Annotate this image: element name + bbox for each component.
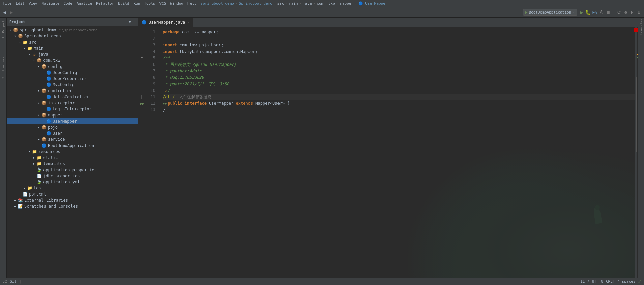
breadcrumb-src[interactable]: src xyxy=(277,1,284,6)
menu-vcs[interactable]: VCS xyxy=(159,1,166,6)
tree-item-MvcConfig[interactable]: 🔵 MvcConfig xyxy=(7,82,138,88)
breadcrumb-com[interactable]: com xyxy=(317,1,323,6)
class-name: UserMapper xyxy=(209,100,236,107)
tree-arrow-service[interactable]: ▶ xyxy=(36,137,41,142)
panel-collapse-icon[interactable]: — xyxy=(133,20,135,24)
menu-analyze[interactable]: Analyze xyxy=(77,1,92,6)
tree-item-controller[interactable]: ▾ 📦 controller xyxy=(7,88,138,94)
tree-item-jdbc-properties[interactable]: 📄 jdbc.properties xyxy=(7,173,138,179)
menu-run[interactable]: Run xyxy=(133,1,140,6)
menu-file[interactable]: File xyxy=(3,1,12,6)
run-configuration[interactable]: ▶ BootDemoApplication ▾ xyxy=(523,9,577,16)
tree-arrow-controller[interactable]: ▾ xyxy=(36,88,41,93)
tree-item-HelloController[interactable]: 🔵 HelloController xyxy=(7,94,138,100)
menu-navigate[interactable]: Navigate xyxy=(42,1,60,6)
tree-item-LoginInterceptor[interactable]: 🔵 LoginInterceptor xyxy=(7,106,138,112)
tree-item-UserMapper[interactable]: 🔵 UserMapper xyxy=(7,118,138,124)
tree-arrow-java[interactable]: ▾ xyxy=(27,52,32,57)
breadcrumb-main[interactable]: main xyxy=(289,1,298,6)
panel-settings-icon[interactable]: ⚙ xyxy=(129,20,131,24)
tree-item-app-properties[interactable]: 🍃 application.properties xyxy=(7,167,138,173)
breadcrumb-mapper[interactable]: mapper xyxy=(340,1,353,6)
run-with-coverage[interactable]: ▶% xyxy=(592,10,597,15)
breadcrumb-txw[interactable]: txw xyxy=(328,1,335,6)
run-button[interactable]: ▶ xyxy=(579,10,584,15)
structure-panel-tab[interactable]: 2: Structure xyxy=(1,55,6,80)
breadcrumb-java[interactable]: java xyxy=(303,1,312,6)
menu-code[interactable]: Code xyxy=(63,1,72,6)
module-icon: 📦 xyxy=(13,27,18,33)
tree-item-mapper[interactable]: ▾ 📦 mapper xyxy=(7,112,138,118)
tree-arrow-src[interactable]: ▾ xyxy=(18,40,22,45)
menu-bar[interactable]: File Edit View Navigate Code Analyze Ref… xyxy=(3,1,197,6)
toolbar-forward-icon[interactable]: ▶ xyxy=(9,10,14,15)
tree-arrow-resources[interactable]: ▾ xyxy=(27,149,32,154)
tree-arrow-pojo[interactable]: ▾ xyxy=(36,125,41,130)
tree-item-external-libs[interactable]: ▶ 📚 External Libraries xyxy=(7,197,138,203)
encoding-label[interactable]: UTF-8 xyxy=(592,279,603,284)
tree-item-templates[interactable]: ▶ 📁 templates xyxy=(7,161,138,167)
tree-arrow-scratches[interactable]: ▶ xyxy=(13,204,18,209)
tree-item-Springboot-demo[interactable]: ▾ 📦 Springboot-demo xyxy=(7,33,138,39)
tree-item-JdbcProperties[interactable]: 🔵 JdbcProperties xyxy=(7,76,138,82)
maximize-icon[interactable]: ⊡ xyxy=(630,10,635,15)
tree-arrow-springboot-demo[interactable]: ▾ xyxy=(8,28,13,32)
menu-refactor[interactable]: Refactor xyxy=(96,1,114,6)
tree-item-static[interactable]: ▶ 📁 static xyxy=(7,155,138,161)
line-sep-label[interactable]: CRLF xyxy=(606,279,615,284)
tree-item-pom[interactable]: 📄 pom.xml xyxy=(7,191,138,197)
tab-close-button[interactable]: × xyxy=(187,21,189,24)
tree-item-app-yml[interactable]: 🍃 application.yml xyxy=(7,179,138,185)
tree-arrow-templates[interactable]: ▶ xyxy=(32,161,36,166)
layout-icon[interactable]: ⊞ xyxy=(637,10,642,15)
sync-icon[interactable]: ⟳ xyxy=(616,10,622,15)
tree-item-resources[interactable]: ▾ 📁 resources xyxy=(7,149,138,155)
tree-item-interceptor[interactable]: ▾ 📦 interceptor xyxy=(7,100,138,106)
indent-label[interactable]: 4 spaces xyxy=(617,279,635,284)
tree-arrow-test[interactable]: ▶ xyxy=(22,186,27,190)
tree-arrow-ext-libs[interactable]: ▶ xyxy=(13,198,18,203)
tree-arrow-mapper[interactable]: ▾ xyxy=(36,113,41,118)
tree-item-User[interactable]: 🔵 User xyxy=(7,130,138,136)
tree-item-pojo[interactable]: ▾ 📦 pojo xyxy=(7,124,138,130)
tree-arrow-config[interactable]: ▾ xyxy=(36,64,41,69)
menu-help[interactable]: Help xyxy=(187,1,197,6)
tree-item-test[interactable]: ▶ 📁 test xyxy=(7,185,138,191)
tree-arrow-main[interactable]: ▾ xyxy=(22,46,27,51)
tree-item-service[interactable]: ▶ 📦 service xyxy=(7,136,138,142)
code-editor[interactable]: package com.txw.mapper; import com.txw.p… xyxy=(158,27,635,278)
tree-arrow-com-txw[interactable]: ▾ xyxy=(32,58,36,63)
stop-button[interactable]: ■ xyxy=(606,10,611,15)
tree-item-scratches[interactable]: ▶ 📝 Scratches and Consoles xyxy=(7,203,138,209)
menu-tools[interactable]: Tools xyxy=(144,1,155,6)
debug-button[interactable]: 🐛 xyxy=(585,10,591,15)
menu-build[interactable]: Build xyxy=(118,1,129,6)
menu-view[interactable]: View xyxy=(29,1,38,6)
tree-arrow-static[interactable]: ▶ xyxy=(32,155,36,160)
tree-arrow[interactable]: ▾ xyxy=(13,34,18,38)
templates-folder-icon: 📁 xyxy=(36,161,42,166)
tree-item-src[interactable]: ▾ 📁 src xyxy=(7,39,138,45)
toolbar-back-icon[interactable]: ◀ xyxy=(2,10,7,15)
profile-button[interactable]: ⏱ xyxy=(599,10,604,15)
vertical-scrollbar[interactable] xyxy=(635,27,638,278)
tree-arrow-interceptor[interactable]: ▾ xyxy=(36,101,41,105)
tree-item-com-txw[interactable]: ▾ 📦 com.txw xyxy=(7,57,138,63)
project-panel-tab[interactable]: 1: Project xyxy=(1,19,6,40)
tree-item-springboot-demo[interactable]: ▾ 📦 springboot-demo P:\springboot-demo xyxy=(7,27,138,33)
tree-item-BootDemoApplication[interactable]: 🔵 BootDemoApplication xyxy=(7,142,138,149)
tree-item-java[interactable]: ▾ ☕ java xyxy=(7,51,138,57)
tree-item-main[interactable]: ▾ 📁 main xyxy=(7,45,138,51)
tree-item-config[interactable]: ▾ 📦 config xyxy=(7,63,138,70)
tab-usermapper[interactable]: 🔵 UserMapper.java × xyxy=(138,18,193,27)
menu-edit[interactable]: Edit xyxy=(16,1,25,6)
breadcrumb-usermapper[interactable]: 🔵 UserMapper xyxy=(358,1,388,6)
breadcrumb-project[interactable]: springboot-demo xyxy=(201,1,234,6)
run-config-arrow[interactable]: ▾ xyxy=(573,10,575,15)
run-config-name: BootDemoApplication xyxy=(529,10,572,15)
breadcrumb-module[interactable]: Springboot-demo xyxy=(239,1,272,6)
settings-icon[interactable]: ⚙ xyxy=(623,10,628,15)
tree-item-JdbcConfig[interactable]: 🔵 JdbcConfig xyxy=(7,70,138,76)
menu-window[interactable]: Window xyxy=(170,1,183,6)
status-right: 11:7 UTF-8 CRLF 4 spaces ✓ xyxy=(580,278,641,285)
